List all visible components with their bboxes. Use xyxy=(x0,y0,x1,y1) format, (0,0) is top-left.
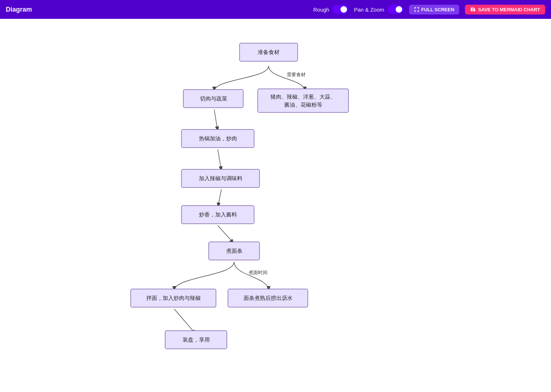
pan-zoom-toggle-group: Pan & Zoom xyxy=(354,5,403,14)
edge-n1-n2 xyxy=(214,66,269,91)
node-text-n2: 切肉与蔬菜 xyxy=(200,95,227,102)
node-text-n7: 煮面条 xyxy=(226,248,242,254)
edge-n7-n9 xyxy=(234,262,269,291)
pan-zoom-label: Pan & Zoom xyxy=(354,7,384,13)
edge-n5-n6 xyxy=(218,189,221,207)
header-title: Diagram xyxy=(6,6,307,13)
node-text-n5: 加入辣椒与调味料 xyxy=(199,175,242,181)
save-icon xyxy=(470,7,476,12)
rough-toggle[interactable] xyxy=(332,5,348,14)
diagram-svg: 需要食材 煮面时间 准备食材 切肉与蔬菜 猪肉、辣椒、洋葱、大蒜、 酱油、花椒粉… xyxy=(0,19,551,392)
fullscreen-button[interactable]: FULL SCREEN xyxy=(409,5,460,15)
node-text-n10: 装盘，享用 xyxy=(183,337,210,343)
fullscreen-icon xyxy=(414,7,419,12)
header: Diagram Rough Pan & Zoom FULL SCREEN SAV… xyxy=(0,0,551,19)
rough-label: Rough xyxy=(313,7,329,13)
edge-n1-n3 xyxy=(269,66,305,91)
edge-n4-n5 xyxy=(218,149,221,171)
save-button[interactable]: SAVE TO MERMAID CHART xyxy=(465,5,545,15)
edge-n7-n8 xyxy=(174,262,234,291)
diagram-canvas[interactable]: 需要食材 煮面时间 准备食材 切肉与蔬菜 猪肉、辣椒、洋葱、大蒜、 酱油、花椒粉… xyxy=(0,19,551,392)
save-label: SAVE TO MERMAID CHART xyxy=(478,7,540,12)
edge-label-n1-n3: 需要食材 xyxy=(287,72,306,77)
fullscreen-label: FULL SCREEN xyxy=(421,7,454,12)
pan-zoom-toggle[interactable] xyxy=(387,5,403,14)
edge-label-n7-n9: 煮面时间 xyxy=(249,270,268,275)
node-text-n4: 热锅加油，炒肉 xyxy=(199,135,237,141)
edge-n2-n4 xyxy=(214,110,218,131)
rough-toggle-group: Rough xyxy=(313,5,348,14)
node-n3[interactable] xyxy=(258,89,348,112)
node-text-n3-line1: 猪肉、辣椒、洋葱、大蒜、 xyxy=(270,94,336,100)
node-text-n1: 准备食材 xyxy=(258,49,279,55)
node-text-n8: 拌面，加入炒肉与辣椒 xyxy=(146,295,201,301)
node-text-n9: 面条煮熟后捞出沥水 xyxy=(244,295,293,301)
node-text-n3-line2: 酱油、花椒粉等 xyxy=(284,102,322,108)
edge-n6-n7 xyxy=(218,226,234,244)
node-text-n6: 炒香，加入酱料 xyxy=(199,211,237,218)
